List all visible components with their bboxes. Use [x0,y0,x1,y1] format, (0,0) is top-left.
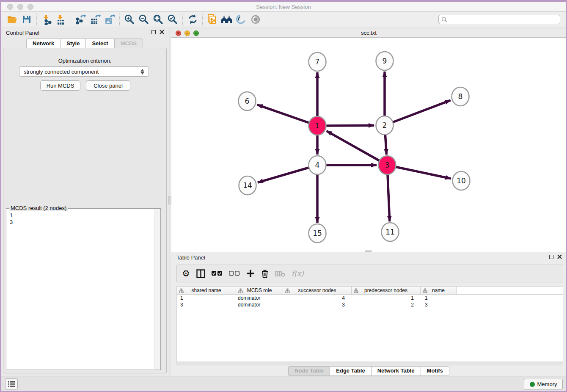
cyndex-icon[interactable] [234,13,248,26]
graph-edge-3-1[interactable] [327,131,387,165]
task-history-button[interactable] [5,378,18,389]
column-header-mcds-role[interactable]: MCDS role [236,287,283,295]
table-body: 1dominator4113dominator323 [177,295,563,308]
cell[interactable]: 1 [177,295,236,301]
graph-node-1[interactable]: 1 [309,116,326,135]
tab-node-table[interactable]: Node Table [288,366,330,376]
save-session-icon[interactable] [19,13,34,26]
table-settings-icon[interactable]: ⚙ [182,268,190,279]
export-table-icon[interactable] [88,13,102,26]
vertical-splitter[interactable] [168,27,171,376]
graph-edge-2-8[interactable] [385,100,451,125]
cell[interactable]: 2 [352,301,421,308]
mcds-result-box: MCDS result (2 nodes) 13 [6,208,161,370]
graph-edge-4-14[interactable] [258,165,317,182]
graph-node-2[interactable]: 2 [376,116,394,135]
svg-text:3: 3 [385,161,390,169]
svg-text:6: 6 [245,97,250,105]
refresh-icon[interactable] [185,13,200,26]
svg-text:9: 9 [383,57,387,65]
ndex-home-icon[interactable] [220,13,234,26]
node-table[interactable]: shared nameMCDS rolesuccessor nodesprede… [176,286,563,362]
column-header-name[interactable]: name [421,287,457,295]
delete-row-icon[interactable] [261,268,269,279]
table-hscrollbar[interactable] [176,362,563,365]
graph-node-9[interactable]: 9 [376,52,394,70]
toolbar-separator [202,14,203,25]
select-all-columns-icon[interactable] [212,268,223,279]
graph-node-10[interactable]: 10 [453,171,470,190]
tab-edge-table[interactable]: Edge Table [330,366,371,376]
graph-node-7[interactable]: 7 [309,52,326,71]
network-canvas[interactable]: 7968124314101511 [171,38,566,250]
zoom-in-icon[interactable] [122,13,137,26]
cell[interactable]: 1 [352,295,421,301]
toolbar-separator [182,14,183,25]
memory-button[interactable]: Memory [524,379,563,389]
app-window: Session: New Session [0,0,567,392]
graph-edge-1-6[interactable] [257,105,317,126]
export-image-icon[interactable] [102,13,117,26]
tab-motifs[interactable]: Motifs [421,366,449,376]
criterion-value: strongly connected component [24,69,99,75]
zoom-fit-icon[interactable] [151,13,165,26]
zoom-selected-icon[interactable] [165,13,180,26]
import-table-icon[interactable] [54,13,68,26]
toolbar-separator [36,14,37,25]
float-panel-icon[interactable] [151,30,156,34]
toolbar-separator [71,14,71,25]
cell[interactable]: dominator [236,301,283,308]
graph-node-15[interactable]: 15 [309,224,326,243]
tab-network-table[interactable]: Network Table [371,366,421,376]
svg-text:10: 10 [457,177,466,185]
table-row[interactable]: 1dominator411 [177,295,563,301]
cell[interactable]: 1 [421,295,457,301]
result-scrollbar[interactable] [154,209,160,369]
graph-node-6[interactable]: 6 [239,92,256,110]
table-row[interactable]: 3dominator323 [177,301,563,308]
graph-node-8[interactable]: 8 [452,87,469,106]
criterion-select[interactable]: strongly connected component [19,66,149,77]
main-toolbar [1,12,566,27]
close-panel-icon[interactable] [160,30,164,34]
show-columns-icon[interactable] [196,268,205,279]
level-of-detail-icon[interactable] [248,13,263,26]
graph-node-3[interactable]: 3 [379,156,396,174]
zoom-out-icon[interactable] [137,13,151,26]
cell[interactable]: dominator [236,295,283,301]
import-network-icon[interactable] [39,13,54,26]
graph-node-14[interactable]: 14 [239,176,256,195]
svg-text:7: 7 [315,58,320,66]
network-from-selection-icon[interactable] [205,13,220,26]
tab-network[interactable]: Network [26,39,60,48]
tab-select[interactable]: Select [85,39,114,48]
search-box[interactable] [438,15,560,24]
run-mcds-button[interactable]: Run MCDS [40,80,80,91]
graph-node-4[interactable]: 4 [309,156,326,174]
table-toolbar: ⚙ f(x) [176,265,563,282]
graph-edge-3-10[interactable] [387,165,451,179]
column-header-shared-name[interactable]: shared name [177,287,236,295]
cell[interactable]: 3 [283,301,352,308]
svg-text:1: 1 [315,121,320,130]
export-network-icon[interactable] [74,13,88,26]
network-window-titlebar[interactable]: ✕ − + scc.txt [171,28,566,38]
cell[interactable]: 3 [177,301,236,308]
search-input[interactable] [449,17,557,22]
splitter-grip[interactable] [168,196,171,204]
column-header-predecessor-nodes[interactable]: predecessor nodes [352,287,421,295]
close-panel-button[interactable]: Close panel [86,80,130,91]
graph-node-11[interactable]: 11 [382,223,399,241]
cell[interactable]: 4 [283,295,352,301]
add-row-icon[interactable] [246,268,255,279]
tab-style[interactable]: Style [60,39,85,48]
tab-mcds[interactable]: MCDS [114,39,143,48]
cell[interactable]: 3 [421,301,457,308]
close-panel-icon[interactable] [557,254,562,259]
unselect-all-columns-icon[interactable] [229,268,240,279]
column-header-successor-nodes[interactable]: successor nodes [283,287,352,295]
control-panel: Control Panel NetworkStyleSelectMCDS Opt… [1,27,168,376]
float-panel-icon[interactable] [549,255,553,259]
toolbar-separator [119,14,120,25]
open-session-icon[interactable] [5,13,19,26]
